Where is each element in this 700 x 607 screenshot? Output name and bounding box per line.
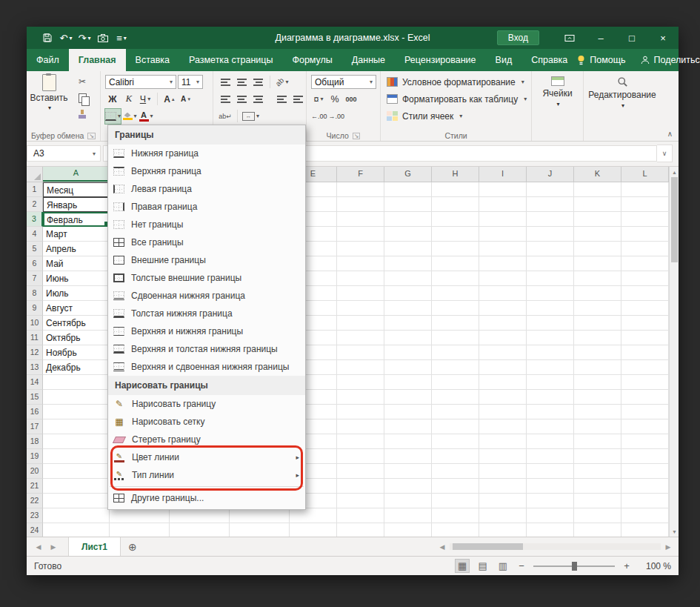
menu-item[interactable]: ▦Нарисовать сетку bbox=[108, 413, 305, 431]
ribbon-tab[interactable]: Файл bbox=[27, 49, 69, 71]
cell[interactable]: Декабрь bbox=[43, 360, 110, 375]
menu-item[interactable]: Верхняя и сдвоенная нижняя границы bbox=[108, 358, 305, 376]
cell[interactable] bbox=[384, 405, 432, 419]
cell[interactable] bbox=[527, 197, 574, 212]
cell[interactable] bbox=[337, 508, 384, 523]
cell[interactable] bbox=[574, 197, 621, 212]
font-size-select[interactable]: 11▾ bbox=[178, 75, 203, 89]
share-button[interactable]: Поделиться bbox=[641, 55, 700, 65]
row-header[interactable]: 19 bbox=[27, 449, 43, 464]
cell[interactable] bbox=[527, 286, 574, 301]
row-header[interactable]: 23 bbox=[27, 508, 43, 523]
cell[interactable] bbox=[337, 256, 384, 271]
cell[interactable] bbox=[432, 242, 479, 256]
row-header[interactable]: 6 bbox=[27, 256, 43, 271]
font-name-select[interactable]: Calibri▾ bbox=[105, 75, 176, 89]
cell[interactable] bbox=[337, 449, 384, 464]
ribbon-tab[interactable]: Данные bbox=[342, 49, 395, 71]
cell[interactable] bbox=[621, 197, 669, 212]
cell[interactable] bbox=[527, 345, 574, 360]
cell[interactable] bbox=[527, 212, 574, 227]
horizontal-scrollbar[interactable] bbox=[450, 543, 661, 550]
percent-style-button[interactable]: % bbox=[327, 92, 342, 107]
cell[interactable] bbox=[432, 256, 479, 271]
row-header[interactable]: 18 bbox=[27, 434, 43, 449]
cell[interactable] bbox=[432, 182, 479, 197]
cell[interactable] bbox=[43, 508, 110, 523]
cell[interactable] bbox=[432, 227, 479, 242]
zoom-level[interactable]: 100 % bbox=[639, 561, 671, 571]
save-button[interactable] bbox=[39, 28, 56, 47]
name-box[interactable]: A3 ▾ bbox=[27, 145, 101, 162]
format-painter-button[interactable] bbox=[73, 106, 92, 122]
cell[interactable] bbox=[621, 286, 669, 301]
column-header[interactable]: K bbox=[574, 167, 621, 182]
cell[interactable] bbox=[290, 508, 337, 523]
cell[interactable] bbox=[170, 523, 230, 537]
borders-button[interactable]: ▾ bbox=[105, 109, 121, 124]
menu-item[interactable]: Верхняя и нижняя границы bbox=[108, 322, 305, 340]
cell[interactable] bbox=[43, 449, 110, 464]
align-left-button[interactable] bbox=[218, 92, 233, 107]
page-break-view-button[interactable]: ▥ bbox=[496, 560, 510, 572]
cell[interactable] bbox=[43, 390, 110, 405]
cell[interactable] bbox=[479, 464, 527, 479]
cell[interactable] bbox=[337, 286, 384, 301]
cells-button[interactable]: Ячейки ▾ bbox=[535, 73, 580, 107]
cell[interactable] bbox=[527, 449, 574, 464]
row-header[interactable]: 8 bbox=[27, 286, 43, 301]
decrease-indent-button[interactable] bbox=[274, 92, 289, 107]
row-header[interactable]: 3 bbox=[27, 212, 43, 227]
align-top-button[interactable] bbox=[218, 75, 233, 90]
row-header[interactable]: 20 bbox=[27, 464, 43, 479]
orientation-button[interactable]: ab▾ bbox=[275, 75, 290, 90]
cell[interactable] bbox=[621, 464, 669, 479]
collapse-ribbon-icon[interactable]: ∧ bbox=[667, 130, 673, 138]
vertical-scrollbar[interactable]: ▲ ▼ bbox=[669, 167, 679, 537]
cell[interactable] bbox=[621, 271, 669, 286]
sheet-nav-left-icon[interactable]: ◀ bbox=[31, 543, 46, 551]
cell[interactable] bbox=[479, 197, 527, 212]
cell[interactable] bbox=[527, 271, 574, 286]
cell[interactable] bbox=[337, 242, 384, 256]
cell[interactable]: Июнь bbox=[43, 271, 110, 286]
cell[interactable] bbox=[527, 375, 574, 390]
cell[interactable] bbox=[574, 212, 621, 227]
sheet-tab[interactable]: Лист1 bbox=[68, 537, 121, 556]
cell[interactable] bbox=[479, 375, 527, 390]
cell[interactable] bbox=[384, 197, 432, 212]
cell[interactable] bbox=[432, 405, 479, 419]
editing-button[interactable]: Редактирование ▾ bbox=[587, 73, 658, 109]
menu-item[interactable]: ✎Цвет линии▸ bbox=[108, 448, 305, 466]
cell[interactable] bbox=[384, 301, 432, 316]
cell[interactable] bbox=[574, 256, 621, 271]
cell[interactable] bbox=[337, 479, 384, 494]
cell[interactable] bbox=[479, 227, 527, 242]
cell[interactable] bbox=[621, 301, 669, 316]
menu-item[interactable]: Другие границы... bbox=[108, 489, 305, 507]
cell[interactable] bbox=[479, 345, 527, 360]
cell[interactable] bbox=[527, 434, 574, 449]
cell[interactable] bbox=[384, 464, 432, 479]
cell[interactable] bbox=[110, 523, 170, 537]
cell[interactable] bbox=[432, 271, 479, 286]
cell[interactable] bbox=[621, 227, 669, 242]
cell[interactable] bbox=[527, 301, 574, 316]
tab-help[interactable]: Помощь bbox=[577, 55, 625, 65]
cell[interactable] bbox=[621, 508, 669, 523]
row-header[interactable]: 13 bbox=[27, 360, 43, 375]
cell[interactable] bbox=[527, 360, 574, 375]
column-header[interactable]: J bbox=[527, 167, 574, 182]
cell[interactable] bbox=[384, 390, 432, 405]
ribbon-tab[interactable]: Вид bbox=[486, 49, 522, 71]
menu-item[interactable]: Верхняя граница bbox=[108, 162, 305, 180]
cell[interactable] bbox=[574, 405, 621, 419]
cell[interactable] bbox=[479, 316, 527, 331]
cell[interactable] bbox=[384, 271, 432, 286]
cell[interactable] bbox=[43, 405, 110, 419]
underline-button[interactable]: Ч▾ bbox=[138, 92, 153, 107]
ribbon-tab[interactable]: Разметка страницы bbox=[179, 49, 282, 71]
cell[interactable] bbox=[621, 434, 669, 449]
cell[interactable] bbox=[432, 360, 479, 375]
cell[interactable] bbox=[43, 523, 110, 537]
